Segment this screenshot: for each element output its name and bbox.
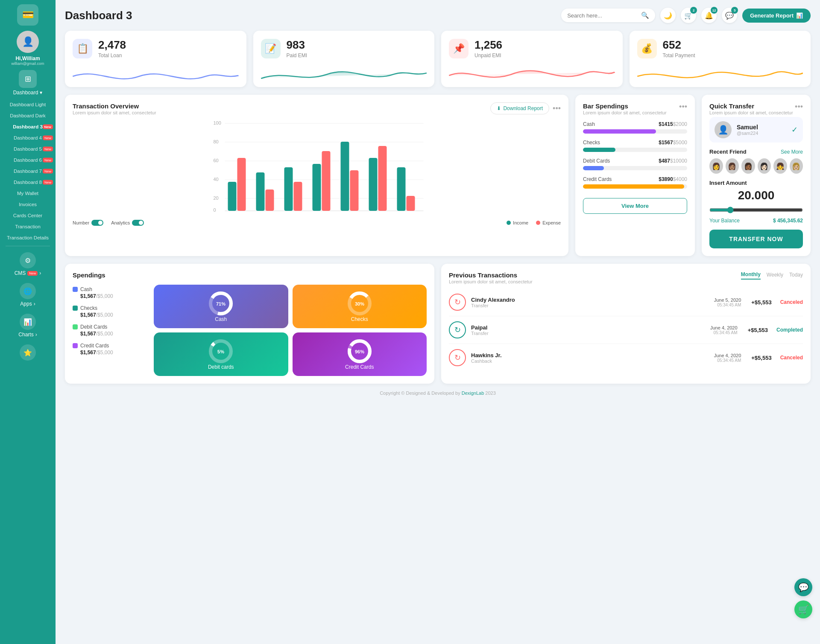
transaction-overview-subtitle: Lorem ipsum dolor sit amet, consectetur — [73, 110, 156, 115]
analytics-toggle[interactable] — [132, 220, 144, 226]
friend-avatar-2[interactable]: 👩🏽 — [726, 158, 739, 174]
friend-avatar-4[interactable]: 👩🏻 — [758, 158, 771, 174]
moon-button[interactable]: 🌙 — [660, 8, 676, 23]
transaction-overview-title: Transaction Overview — [73, 102, 156, 110]
sidebar-item-invoices[interactable]: Invoices — [0, 199, 56, 210]
tx-status-1: Canceled — [780, 299, 803, 305]
cart-float-button[interactable]: 🛒 — [794, 600, 812, 618]
bell-badge: 12 — [711, 7, 718, 14]
tx-info-3: Hawkins Jr. Cashback — [471, 352, 502, 364]
footer-text: Copyright © Designed & Developed by — [380, 390, 460, 396]
stats-row: 📋 2,478 Total Loan 📝 983 Paid EMI — [65, 31, 811, 87]
dashboard-grid-icon[interactable]: ⊞ — [19, 70, 37, 88]
sidebar-section-apps[interactable]: 🌐 Apps › — [0, 280, 56, 310]
transaction-overview-actions: ⬇ Download Report ••• — [490, 102, 561, 114]
sidebar-item-dashboard-5[interactable]: Dashboard 5 New — [0, 143, 56, 154]
expense-dot — [536, 221, 540, 225]
sidebar-section-charts[interactable]: 📊 Charts › — [0, 310, 56, 341]
donut-tile-cash: 71% Cash — [154, 285, 288, 328]
tx-date-2: June 4, 2020 — [710, 325, 738, 330]
svg-rect-28 — [294, 182, 302, 211]
recipient-handle: @sam224 — [737, 131, 758, 136]
more-options-button[interactable]: ••• — [553, 104, 561, 113]
bell-button[interactable]: 🔔 12 — [701, 8, 717, 23]
number-toggle[interactable] — [91, 220, 103, 226]
bar-spendings-more-button[interactable]: ••• — [679, 102, 687, 111]
sidebar-item-dashboard-light[interactable]: Dashboard Light — [0, 99, 56, 110]
svg-text:40: 40 — [214, 177, 219, 182]
spending-value-debit: $487 — [659, 158, 670, 164]
user-email: william@gmail.com — [11, 61, 44, 66]
sidebar-item-transaction-details[interactable]: Transaction Details — [0, 232, 56, 243]
friend-avatar-6[interactable]: 👩🏼 — [790, 158, 803, 174]
sidebar-item-transaction[interactable]: Transaction — [0, 221, 56, 232]
income-label: Income — [513, 220, 528, 225]
support-float-button[interactable]: 💬 — [794, 578, 812, 596]
spendings-card: Spendings Cash $1,567/$5,000 — [65, 264, 434, 384]
quick-transfer-more-button[interactable]: ••• — [795, 102, 803, 111]
transaction-overview-card: Transaction Overview Lorem ipsum dolor s… — [65, 95, 568, 256]
sidebar-item-dashboard-8[interactable]: Dashboard 8 New — [0, 177, 56, 188]
generate-report-button[interactable]: Generate Report 📊 — [742, 9, 811, 23]
tab-monthly[interactable]: Monthly — [741, 271, 761, 280]
tx-date-3: June 4, 2020 — [714, 353, 741, 358]
svg-text:60: 60 — [214, 158, 219, 163]
spendings-amounts-checks: $1,567/$5,000 — [80, 312, 149, 318]
spending-row-checks: Checks $1567$5000 — [583, 140, 687, 152]
see-more-link[interactable]: See More — [781, 149, 803, 155]
sidebar-item-my-wallet[interactable]: My Wallet — [0, 188, 56, 199]
spending-max-checks: $5000 — [673, 140, 687, 146]
stat-label-total-loan: Total Loan — [98, 52, 126, 58]
view-more-button[interactable]: View More — [583, 198, 687, 214]
tx-type-2: Transfer — [471, 331, 489, 336]
analytics-label: Analytics — [111, 220, 130, 225]
friend-avatars: 👩 👩🏽 👩🏾 👩🏻 👧 👩🏼 — [709, 158, 803, 174]
friend-avatar-3[interactable]: 👩🏾 — [741, 158, 755, 174]
svg-text:Tue: Tue — [287, 214, 295, 215]
stat-card-total-loan: 📋 2,478 Total Loan — [65, 31, 246, 87]
page-title: Dashboard 3 — [65, 9, 132, 22]
spendings-list-item-cash: Cash $1,567/$5,000 — [73, 286, 149, 299]
charts-label: Charts — [18, 332, 33, 338]
search-input[interactable] — [567, 12, 641, 19]
recent-friend-header: Recent Friend See More — [709, 149, 803, 155]
transfer-now-button[interactable]: TRANSFER NOW — [709, 230, 803, 248]
amount-display: 20.000 — [709, 189, 803, 202]
footer-brand-link[interactable]: DexignLab — [462, 390, 484, 396]
svg-rect-22 — [313, 164, 321, 211]
sidebar-item-dashboard-7[interactable]: Dashboard 7 New — [0, 166, 56, 177]
donut-chart-credit: 96% — [347, 338, 372, 364]
insert-amount-label: Insert Amount — [709, 180, 803, 186]
recipient-row: 👤 Samuel @sam224 ✓ — [709, 117, 803, 143]
prev-tx-title: Previous Transactions — [449, 271, 533, 279]
generate-report-label: Generate Report — [750, 12, 794, 19]
footer-year: 2023 — [485, 390, 495, 396]
apps-label: Apps — [20, 301, 32, 307]
sidebar-item-cards-center[interactable]: Cards Center — [0, 210, 56, 221]
search-bar[interactable]: 🔍 — [561, 9, 655, 22]
tab-today[interactable]: Today — [789, 271, 803, 280]
cart-button[interactable]: 🛒 2 — [681, 8, 696, 23]
download-report-button[interactable]: ⬇ Download Report — [490, 102, 549, 114]
cms-label: CMS — [15, 270, 26, 276]
sidebar-section-favorites[interactable]: ⭐ — [0, 341, 56, 366]
sidebar-item-dashboard-4[interactable]: Dashboard 4 New — [0, 132, 56, 143]
friend-avatar-5[interactable]: 👧 — [773, 158, 787, 174]
stat-value-total-payment: 652 — [663, 38, 695, 52]
sidebar-item-dashboard-3[interactable]: Dashboard 3 New — [0, 121, 56, 132]
svg-text:Sat: Sat — [400, 214, 407, 215]
svg-text:71%: 71% — [216, 301, 226, 306]
sidebar-section-cms[interactable]: ⚙ CMS New › — [0, 249, 56, 280]
sidebar-item-dashboard-6[interactable]: Dashboard 6 New — [0, 154, 56, 166]
donut-chart-debit: 5% — [208, 338, 234, 364]
friend-avatar-1[interactable]: 👩 — [709, 158, 723, 174]
amount-slider[interactable] — [709, 207, 803, 213]
chat-button[interactable]: 💬 5 — [722, 8, 737, 23]
spendings-title: Spendings — [73, 271, 427, 279]
sidebar-item-dashboard-dark[interactable]: Dashboard Dark — [0, 110, 56, 121]
new-badge: New — [43, 158, 53, 163]
spending-row-debit: Debit Cards $487$10000 — [583, 158, 687, 170]
tab-weekly[interactable]: Weekly — [767, 271, 783, 280]
dashboard-collapse-label[interactable]: Dashboard ▾ — [13, 90, 43, 96]
page-header: Dashboard 3 🔍 🌙 🛒 2 🔔 12 💬 5 Generate Re… — [65, 8, 811, 23]
